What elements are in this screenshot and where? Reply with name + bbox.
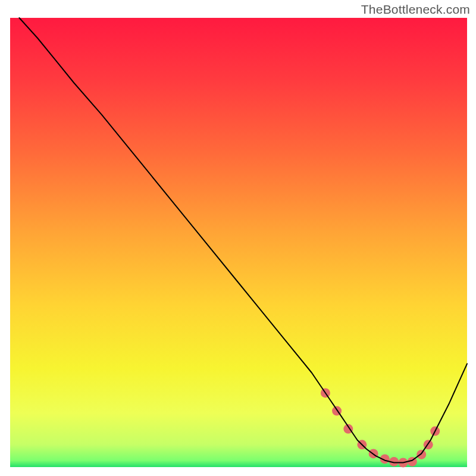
highlight-dot (416, 450, 426, 459)
chart-container: TheBottleneck.com (0, 0, 476, 476)
watermark-text: TheBottleneck.com (361, 2, 470, 17)
svg-rect-0 (10, 18, 467, 467)
chart-plot (0, 0, 476, 476)
